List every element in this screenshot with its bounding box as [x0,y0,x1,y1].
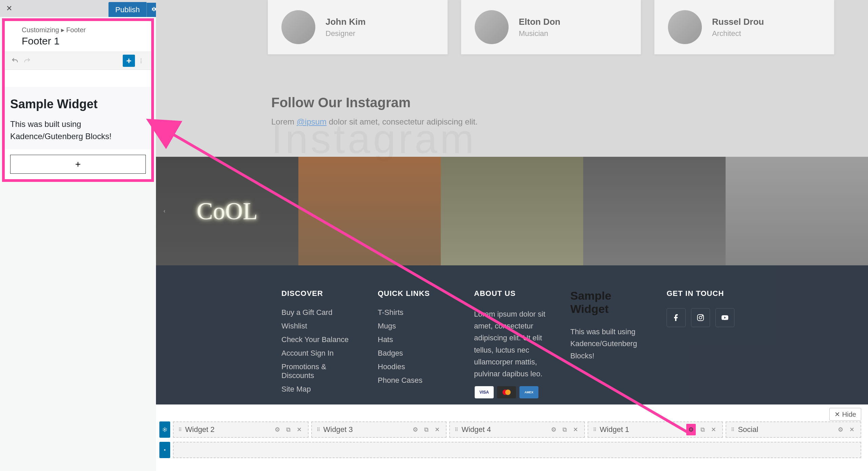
publish-button[interactable]: Publish [108,2,146,18]
builder-row-1: ⠿ Widget 2 ⚙ ⧉ ✕ ⠿ Widget 3 ⚙ ⧉ ✕ ⠿ Widg… [159,421,861,438]
team-name: Russel Drou [712,17,764,27]
svg-point-2 [702,316,703,316]
footer-link[interactable]: Wishlist [281,322,357,331]
team-cards-row: John Kim Designer Elton Don Musician Rus… [268,0,834,54]
customizer-sidebar: Customizing ▸ Footer Footer 1 + ⋮ Sample… [0,17,156,471]
widget-label: Social [738,425,833,434]
team-name: Elton Don [519,17,560,27]
footer-discover-col: DISCOVER Buy a Gift Card Wishlist Check … [281,289,357,391]
widget-slot[interactable]: ⠿ Widget 4 ⚙ ⧉ ✕ [449,421,585,438]
instagram-heading: Follow Our Instagram [271,95,834,110]
footer-link[interactable]: Buy a Gift Card [281,308,357,317]
widget-heading[interactable]: Sample Widget [10,97,146,111]
widget-settings-icon[interactable]: ⚙ [411,426,419,433]
drag-handle-icon[interactable]: ⠿ [178,427,182,432]
footer-link[interactable]: Hats [378,335,454,344]
svg-point-6 [164,449,165,451]
widget-body-text[interactable]: This was built using Kadence/Gutenberg B… [10,118,146,143]
widget-remove-icon[interactable]: ✕ [295,426,303,433]
footer-builder-area: ✕ Hide ⠿ Widget 2 ⚙ ⧉ ✕ ⠿ Widget 3 ⚙ ⧉ ✕… [156,404,868,471]
add-block-button[interactable]: + [123,55,135,67]
payment-badges: VISA AMEX [475,386,538,398]
svg-point-1 [699,316,702,319]
row-settings-handle[interactable] [159,442,170,458]
undo-button[interactable] [9,55,21,67]
widget-label: Widget 3 [323,425,408,434]
instagram-image[interactable] [726,157,868,265]
widget-label: Widget 1 [600,425,683,434]
widget-slot[interactable]: ⠿ Social ⚙ ✕ [726,421,861,438]
widget-settings-icon-highlighted[interactable]: ⚙ [686,424,696,435]
footer-link[interactable]: Site Map [281,385,357,394]
widget-label: Widget 2 [185,425,270,434]
footer-col-title: QUICK LINKS [378,289,454,298]
footer-link[interactable]: Check Your Balance [281,335,357,344]
footer-about-text: Lorem ipsum dolor sit amet, consectetur … [474,308,550,380]
widget-duplicate-icon[interactable]: ⧉ [285,426,292,433]
instagram-image[interactable]: ‹ CoOL [156,157,298,265]
amex-badge: AMEX [519,386,538,398]
avatar [668,10,702,44]
breadcrumb: Customizing ▸ Footer [22,26,144,34]
widget-settings-icon[interactable]: ⚙ [273,426,281,433]
drag-handle-icon[interactable]: ⠿ [731,427,734,432]
team-name: John Kim [326,17,366,27]
carousel-prev-button[interactable]: ‹ [159,206,170,216]
widget-remove-icon[interactable]: ✕ [710,426,717,433]
widget-content-area[interactable]: Sample Widget This was built using Kaden… [5,87,151,149]
footer-link[interactable]: Mugs [378,322,454,331]
widget-editor-panel: Customizing ▸ Footer Footer 1 + ⋮ Sample… [2,18,154,182]
widget-duplicate-icon[interactable]: ⧉ [699,426,706,433]
footer-link[interactable]: Account Sign In [281,349,357,358]
widget-remove-icon[interactable]: ✕ [433,426,441,433]
more-options-button[interactable]: ⋮ [135,55,147,67]
sample-widget-title: Sample Widget [570,289,646,316]
footer-col-title: ABOUT US [474,289,550,298]
team-role: Musician [519,29,560,38]
preview-pane: John Kim Designer Elton Don Musician Rus… [156,0,868,471]
team-card: John Kim Designer [268,0,448,54]
footer-about-col: ABOUT US Lorem ipsum dolor sit amet, con… [474,289,550,391]
instagram-icon[interactable] [691,308,710,327]
close-customizer-button[interactable]: ✕ [0,0,18,17]
footer-link[interactable]: T-Shirts [378,308,454,317]
footer-link[interactable]: Promotions & Discounts [281,362,357,380]
widget-settings-icon[interactable]: ⚙ [836,426,845,433]
widget-slot[interactable]: ⠿ Widget 3 ⚙ ⧉ ✕ [311,421,447,438]
instagram-handle-link[interactable]: @ipsum [297,117,327,126]
footer-link[interactable]: Badges [378,349,454,358]
instagram-image[interactable] [583,157,726,265]
hide-builder-button[interactable]: ✕ Hide [829,408,861,421]
empty-widget-slot[interactable] [173,442,861,458]
widget-remove-icon[interactable]: ✕ [572,426,579,433]
drag-handle-icon[interactable]: ⠿ [317,427,320,432]
block-toolbar: + ⋮ [5,52,151,70]
image-overlay-text: CoOL [197,197,258,225]
drag-handle-icon[interactable]: ⠿ [455,427,458,432]
svg-point-4 [505,390,511,395]
instagram-text: Lorem @ipsum dolor sit amet, consectetur… [271,117,834,127]
widget-slot-active[interactable]: ⠿ Widget 1 ⚙ ⧉ ✕ [588,421,723,438]
youtube-icon[interactable] [715,308,734,327]
instagram-image[interactable] [298,157,441,265]
builder-row-2 [159,442,861,458]
avatar [281,10,315,44]
footer-link[interactable]: Hoodies [378,362,454,371]
team-role: Architect [712,29,764,38]
mastercard-badge [497,386,516,398]
redo-button[interactable] [21,55,33,67]
svg-point-5 [164,429,165,430]
widget-remove-icon[interactable]: ✕ [848,426,856,433]
facebook-icon[interactable] [667,308,686,327]
row-settings-handle[interactable] [159,421,170,438]
widget-settings-icon[interactable]: ⚙ [550,426,558,433]
widget-duplicate-icon[interactable]: ⧉ [561,426,568,433]
append-block-button[interactable]: + [10,155,146,174]
instagram-image[interactable] [441,157,583,265]
drag-handle-icon[interactable]: ⠿ [593,427,596,432]
widget-duplicate-icon[interactable]: ⧉ [423,426,430,433]
footer-link[interactable]: Phone Cases [378,376,454,385]
footer-getintouch-col: GET IN TOUCH [667,289,743,391]
site-footer: DISCOVER Buy a Gift Card Wishlist Check … [156,265,868,404]
widget-slot[interactable]: ⠿ Widget 2 ⚙ ⧉ ✕ [173,421,309,438]
